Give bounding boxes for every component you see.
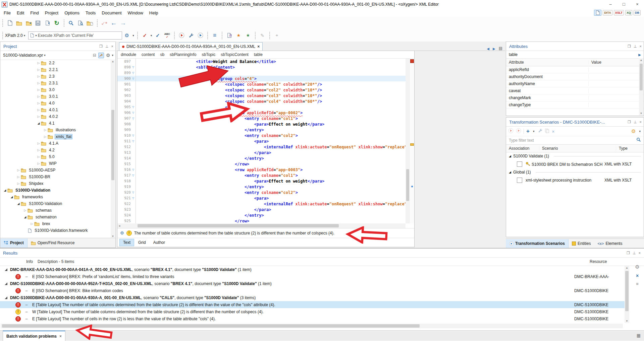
close-icon[interactable]: × <box>639 251 641 255</box>
breadcrumb-sb[interactable]: sb <box>160 52 164 57</box>
expand-icon[interactable]: ▷ <box>36 162 41 165</box>
toolbar-grip[interactable] <box>254 32 256 39</box>
breadcrumb-sbTopicContent[interactable]: sbTopicContent <box>221 52 249 57</box>
fold-marker-icon[interactable]: ▽ <box>131 71 136 74</box>
link-with-editor-icon[interactable] <box>98 53 104 58</box>
code-line-900[interactable]: 900▽ <tgroup cols="4"> <box>117 76 406 81</box>
expand-icon[interactable]: ▷ <box>36 81 41 85</box>
tree-item-brex[interactable]: ▷brex <box>1 220 111 227</box>
message-settings-gear-icon[interactable]: ⚙ <box>120 230 124 235</box>
find-replace-icon[interactable] <box>67 19 75 27</box>
results-item-row[interactable]: !–E [ISO Schematron] BREX: Prefix of 'ra… <box>0 273 625 280</box>
results-settings-gear-icon[interactable]: ⚙ <box>635 264 639 270</box>
code-line-916[interactable]: 916▽ <row applicRefId="app-0003"> <box>117 167 406 173</box>
editor-vertical-scrollbar[interactable] <box>406 59 410 223</box>
code-line-902[interactable]: 902 <colspec colname="col2" colwidth="10… <box>117 87 406 93</box>
scenario-column-header[interactable]: Scenario <box>539 146 616 151</box>
code-line-909[interactable]: 909 </entry> <box>117 127 406 133</box>
new-scenario-icon[interactable]: + <box>526 128 530 135</box>
expand-icon[interactable]: ▷ <box>36 95 41 98</box>
breadcrumb-content[interactable]: content <box>142 52 155 57</box>
xpath-settings-gear-icon[interactable]: ⚙ <box>122 31 131 40</box>
next-tab-icon[interactable]: ▶ <box>493 47 495 51</box>
info-column-header[interactable]: Info <box>26 259 33 264</box>
association-checkbox[interactable] <box>517 178 522 183</box>
pin-icon[interactable]: ⊥ <box>105 44 109 49</box>
collapse-icon[interactable] <box>5 296 7 299</box>
expand-icon[interactable]: ▷ <box>36 155 41 158</box>
tree-item-4-2[interactable]: ▷4.2 <box>1 147 111 153</box>
filter-input[interactable] <box>506 138 636 143</box>
float-icon[interactable]: ❐ <box>627 251 630 255</box>
code-line-906[interactable]: 906▽ <row applicRefId="app-0002"> <box>117 110 406 116</box>
tree-item-illustrations[interactable]: ▷illustrations <box>1 127 111 133</box>
tree-item-s1000d-validation[interactable]: ◢S1000D-Validation <box>1 187 111 194</box>
maximize-button[interactable]: □ <box>617 0 631 8</box>
toolbar-grip[interactable] <box>63 19 65 27</box>
breadcrumb-sbPlanningInfo[interactable]: sbPlanningInfo <box>170 52 196 57</box>
document-error-indicator[interactable] <box>410 59 414 63</box>
code-line-899[interactable]: 899▽ <table> <box>117 70 406 76</box>
import-star-icon[interactable]: ★ <box>234 31 243 40</box>
tab-author[interactable]: Author <box>150 239 168 246</box>
toolbar-grip[interactable] <box>221 32 223 39</box>
attribute-row-authorityName[interactable]: authorityName <box>506 80 644 87</box>
xml-refactoring-icon[interactable]: ⇄ <box>225 31 233 40</box>
code-line-924[interactable]: 924 </entry> <box>117 212 406 218</box>
code-line-897[interactable]: 897 <title>Weight and Balance</title> <box>117 59 406 64</box>
toolbar-grip[interactable] <box>1 32 4 39</box>
tab-list-icon[interactable]: ▤ <box>499 46 502 51</box>
configure-transformation-icon[interactable] <box>186 31 195 40</box>
code-editor[interactable]: 897 <title>Weight and Balance</title>898… <box>117 59 406 223</box>
expand-right-icon[interactable]: ▶ <box>638 53 641 57</box>
db-perspective-icon[interactable]: DB <box>634 10 641 15</box>
tree-item-4-0[interactable]: ▷4.0 <box>1 100 111 107</box>
scroll-up-icon[interactable]: ▲ <box>111 60 115 63</box>
tab-project[interactable]: Project <box>0 238 28 248</box>
menu-find[interactable]: Find <box>27 9 42 16</box>
scroll-down-icon[interactable]: ▼ <box>625 320 629 323</box>
fold-marker-icon[interactable]: ▽ <box>131 134 136 137</box>
scenario-row[interactable]: xml-stylesheet processing instructionXML… <box>506 176 644 185</box>
expand-icon[interactable]: ▷ <box>36 88 41 91</box>
code-line-923[interactable]: 923 </para> <box>117 207 406 212</box>
find-in-files-icon[interactable] <box>76 19 85 27</box>
run-with-dialog-icon[interactable] <box>516 128 521 135</box>
validate-icon[interactable]: ✓ <box>141 31 149 40</box>
fold-marker-icon[interactable]: ▽ <box>131 140 136 143</box>
chevron-down-icon[interactable]: ▾ <box>533 130 535 133</box>
tab-grid[interactable]: Grid <box>135 239 149 246</box>
value-column-header[interactable]: Value <box>589 60 601 65</box>
expand-icon[interactable]: ▷ <box>36 108 41 112</box>
scroll-up-icon[interactable]: ▲ <box>625 266 629 269</box>
expand-icon[interactable]: ▷ <box>36 75 41 78</box>
tree-item-wip[interactable]: ▷WIP <box>1 160 111 167</box>
search-icon[interactable] <box>636 137 641 142</box>
xpath-input[interactable]: ▾ Execute XPath on 'Current File' <box>28 31 122 40</box>
code-line-907[interactable]: 907▽ <entry colname="col1"> <box>117 116 406 121</box>
menu-window[interactable]: Window <box>125 9 146 16</box>
scenario-group[interactable]: ◢S1000D Validate (1) <box>506 152 644 160</box>
find-resource-icon[interactable] <box>86 19 94 27</box>
attribute-row-caveat[interactable]: caveat <box>506 87 644 94</box>
code-line-908[interactable]: 908 <para>Effect on weight</para> <box>117 121 406 127</box>
editor-tab-label[interactable]: DMC-S1000DBIKE-AAA-D00-00-01-00AA-930A-A… <box>126 44 255 49</box>
collapse-icon[interactable]: ◢ <box>16 202 21 205</box>
expand-icon[interactable]: ▷ <box>36 101 41 105</box>
attribute-row-changeMark[interactable]: changeMark <box>506 94 644 101</box>
filter-results-icon[interactable]: ≡ <box>636 281 639 286</box>
code-line-917[interactable]: 917▽ <entry colname="col1"> <box>117 173 406 178</box>
tree-item-shipdex[interactable]: ▷Shipdex <box>1 180 111 187</box>
close-button[interactable]: × <box>631 0 644 8</box>
breadcrumb-dmodule[interactable]: dmodule <box>121 52 136 57</box>
fold-marker-icon[interactable]: ▽ <box>131 168 136 171</box>
tree-item-schematron[interactable]: ◢schematron <box>1 214 111 220</box>
attribute-row-changeType[interactable]: changeType <box>506 101 644 109</box>
code-line-913[interactable]: 913 </para> <box>117 150 406 155</box>
expand-icon[interactable]: ▷ <box>36 115 41 118</box>
menu-project[interactable]: Project <box>42 9 61 16</box>
last-edit-location-icon[interactable]: ↙✱ <box>100 19 109 27</box>
spell-check-icon[interactable]: ABC✓ <box>163 31 171 40</box>
tree-item-5-0[interactable]: ▷5.0 <box>1 153 111 160</box>
close-icon[interactable]: × <box>111 44 113 48</box>
